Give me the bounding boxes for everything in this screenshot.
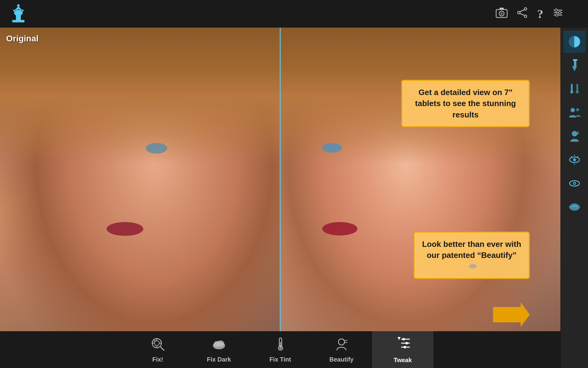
header: ? [0, 0, 588, 28]
share-icon[interactable] [517, 7, 528, 21]
svg-rect-11 [499, 8, 504, 10]
svg-point-33 [576, 108, 579, 111]
left-half-original [0, 28, 280, 331]
sidebar-item-temperature[interactable] [564, 78, 586, 100]
svg-line-40 [577, 156, 578, 157]
fix-tint-label: Fix Tint [270, 356, 291, 363]
bottom-toolbar: Fix! Fix Dark Fix Tint [0, 331, 560, 368]
tool-fix-dark[interactable]: Fix Dark [188, 331, 250, 368]
original-label: Original [6, 34, 39, 44]
image-area: Original Get a detailed view on 7" table… [0, 28, 560, 331]
settings-icon[interactable] [552, 7, 564, 21]
sidebar-item-eye[interactable] [564, 149, 586, 171]
fix-label: Fix! [152, 356, 163, 363]
beautify-label: Beautify [330, 356, 354, 363]
header-icons: ? [496, 7, 588, 21]
svg-point-12 [524, 8, 527, 10]
svg-point-3 [14, 10, 23, 16]
svg-point-56 [217, 340, 224, 347]
tool-fix-tint[interactable]: Fix Tint [250, 331, 311, 368]
logo-area [0, 0, 37, 28]
tool-beautify[interactable]: Beautify [311, 331, 372, 368]
right-half-processed [280, 28, 560, 331]
sidebar-item-people[interactable] [564, 102, 586, 124]
beautify-icon [334, 336, 349, 354]
tooltip-beautify-info: Look better than ever with our patented … [413, 232, 530, 279]
svg-rect-30 [576, 84, 578, 91]
svg-point-22 [556, 14, 558, 16]
help-icon[interactable]: ? [537, 7, 543, 21]
tool-tweak[interactable]: Tweak [372, 331, 433, 368]
fix-tint-icon [273, 336, 288, 354]
camera-icon[interactable] [496, 7, 508, 21]
sidebar-item-dropper[interactable] [564, 54, 586, 76]
svg-point-32 [571, 108, 575, 112]
svg-line-41 [571, 156, 572, 157]
app-logo [8, 3, 29, 25]
svg-line-15 [520, 10, 524, 12]
svg-point-21 [559, 11, 561, 14]
svg-point-31 [576, 90, 579, 94]
sidebar-item-face[interactable] [564, 125, 586, 147]
split-divider [280, 28, 281, 331]
svg-point-14 [524, 15, 527, 17]
sidebar-item-eye-detail[interactable] [564, 172, 586, 194]
svg-line-35 [577, 132, 579, 132]
svg-point-6 [13, 10, 15, 11]
svg-point-68 [405, 342, 408, 344]
svg-point-60 [279, 347, 282, 349]
svg-point-45 [574, 183, 575, 184]
svg-point-38 [573, 158, 576, 161]
svg-point-10 [500, 12, 503, 15]
svg-line-36 [577, 134, 579, 134]
svg-point-20 [555, 9, 557, 11]
tooltip-tablet-info: Get a detailed view on 7" tablets to see… [401, 80, 530, 127]
svg-point-13 [518, 11, 520, 14]
svg-marker-64 [398, 337, 401, 340]
sidebar-item-lips[interactable] [564, 196, 586, 218]
svg-point-34 [572, 131, 577, 136]
svg-rect-27 [573, 59, 577, 61]
fix-dark-icon [211, 336, 227, 354]
svg-line-16 [520, 13, 524, 15]
tool-fix[interactable]: Fix! [127, 331, 188, 368]
hair-left [0, 28, 280, 164]
arrow-indicator [493, 302, 530, 328]
svg-point-29 [570, 90, 573, 94]
svg-marker-23 [493, 302, 530, 327]
fix-icon [150, 336, 165, 354]
tweak-icon [394, 335, 411, 354]
svg-point-66 [402, 338, 405, 340]
svg-point-5 [17, 4, 20, 7]
tooltip-top-text: Get a detailed view on 7" tablets to see… [415, 88, 516, 119]
fix-dark-label: Fix Dark [207, 356, 231, 363]
right-sidebar [560, 28, 588, 368]
svg-rect-28 [571, 84, 573, 91]
svg-line-62 [345, 340, 347, 341]
image-container: Original Get a detailed view on 7" table… [0, 28, 560, 331]
svg-line-52 [160, 347, 164, 351]
svg-point-7 [22, 10, 24, 11]
lips-icon [468, 261, 478, 272]
svg-point-70 [404, 346, 406, 348]
svg-point-61 [338, 339, 345, 345]
svg-point-53 [154, 340, 156, 342]
sidebar-item-split[interactable] [564, 31, 586, 53]
tooltip-bottom-text: Look better than ever with our patented … [422, 240, 521, 260]
tweak-label: Tweak [394, 357, 412, 364]
